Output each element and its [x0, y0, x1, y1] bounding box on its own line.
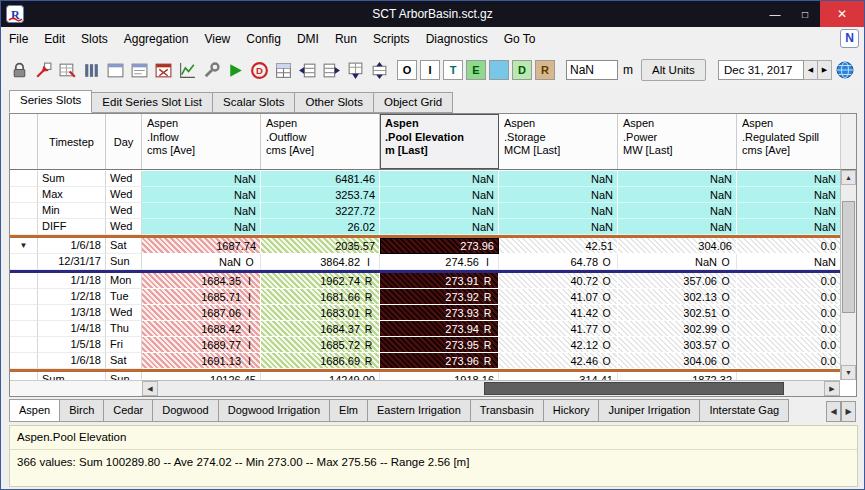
value-cell[interactable]: 1683.01R — [261, 305, 380, 321]
value-cell[interactable]: 0.0 — [737, 353, 840, 369]
insert-slot-icon[interactable] — [55, 58, 79, 82]
flag-button-d[interactable]: D — [512, 60, 532, 80]
value-cell[interactable]: 1962.74R — [261, 273, 380, 289]
hscroll-thumb[interactable] — [484, 382, 784, 395]
date-next-icon[interactable]: ▶ — [818, 60, 832, 80]
value-cell[interactable]: NaN — [499, 219, 618, 235]
value-cell[interactable]: 0.0 — [737, 305, 840, 321]
object-tab-birch[interactable]: Birch — [59, 399, 104, 422]
row-list-icon[interactable] — [79, 58, 103, 82]
value-cell[interactable]: 0.0 — [737, 238, 840, 254]
alt-units-button[interactable]: Alt Units — [641, 59, 706, 81]
notebook-icon[interactable]: N — [840, 29, 859, 48]
value-cell[interactable]: 273.94R — [380, 321, 499, 337]
tabs-scroll-left-icon[interactable]: ◀ — [826, 401, 841, 422]
value-cell[interactable]: 1681.66R — [261, 289, 380, 305]
value-cell[interactable]: NaN — [618, 171, 737, 187]
menu-aggregation[interactable]: Aggregation — [116, 32, 197, 46]
menu-edit[interactable]: Edit — [36, 32, 73, 46]
timestep-column-header[interactable]: Timestep — [38, 114, 106, 169]
timestep-cell[interactable]: Sum — [38, 171, 106, 187]
tabs-scroll-right-icon[interactable]: ▶ — [841, 401, 856, 422]
value-cell[interactable]: 1684.37R — [261, 321, 380, 337]
menu-dmi[interactable]: DMI — [289, 32, 327, 46]
diagnostics-icon[interactable]: D — [247, 58, 271, 82]
column-header-aspen-inflow[interactable]: Aspen.Inflowcms [Ave] — [142, 114, 261, 169]
value-cell[interactable]: NaN — [142, 187, 261, 203]
plot-icon[interactable] — [175, 58, 199, 82]
value-cell[interactable]: NaN — [142, 203, 261, 219]
value-cell[interactable]: 1685.72R — [261, 337, 380, 353]
value-cell[interactable]: 41.77O — [499, 321, 618, 337]
value-cell[interactable]: 3227.72 — [261, 203, 380, 219]
value-cell[interactable]: 302.99O — [618, 321, 737, 337]
object-tab-interstate-gag[interactable]: Interstate Gag — [699, 399, 789, 422]
value-cell[interactable]: 0.0 — [737, 273, 840, 289]
value-cell[interactable]: 41.42O — [499, 305, 618, 321]
grid-icon[interactable] — [271, 58, 295, 82]
row-expander-icon[interactable]: ▼ — [10, 238, 38, 254]
value-cell[interactable]: 0.0 — [737, 289, 840, 305]
value-cell[interactable]: 357.06O — [618, 273, 737, 289]
column-header-aspen-pool-elevation[interactable]: Aspen.Pool Elevationm [Last] — [380, 114, 499, 169]
flag-button-r[interactable]: R — [535, 60, 555, 80]
value-cell[interactable]: 3253.74 — [261, 187, 380, 203]
value-cell[interactable]: 0.0 — [737, 321, 840, 337]
timestep-cell[interactable]: 12/31/17 — [38, 254, 106, 270]
value-cell[interactable]: NaN — [737, 187, 840, 203]
value-cell[interactable]: 1689.77I — [142, 337, 261, 353]
column-header-aspen-power[interactable]: Aspen.PowerMW [Last] — [618, 114, 737, 169]
object-tab-hickory[interactable]: Hickory — [543, 399, 600, 422]
timestep-cell[interactable]: 1/4/18 — [38, 321, 106, 337]
value-cell[interactable]: 41.07O — [499, 289, 618, 305]
scroll-left-icon[interactable]: ◀ — [142, 381, 158, 396]
object-tab-elm[interactable]: Elm — [329, 399, 368, 422]
object-tab-dogwood[interactable]: Dogwood — [152, 399, 218, 422]
value-cell[interactable]: 274.56I — [380, 254, 499, 270]
day-column-header[interactable]: Day — [106, 114, 142, 169]
value-cell[interactable]: 303.57O — [618, 337, 737, 353]
value-cell[interactable]: NaN — [499, 187, 618, 203]
flag-button-i[interactable]: I — [420, 60, 440, 80]
flag-button-e[interactable]: E — [466, 60, 486, 80]
close-button[interactable]: ✕ — [820, 1, 864, 27]
value-cell[interactable]: 1687.06I — [142, 305, 261, 321]
date-prev-icon[interactable]: ◀ — [804, 60, 818, 80]
globe-icon[interactable] — [835, 60, 855, 80]
flag-button-color[interactable] — [489, 60, 509, 80]
value-cell[interactable]: NaN — [142, 171, 261, 187]
value-cell[interactable]: NaN — [380, 187, 499, 203]
object-tab-juniper-irrigation[interactable]: Juniper Irrigation — [598, 399, 700, 422]
value-cell[interactable]: 42.46O — [499, 353, 618, 369]
object-tab-eastern-irrigation[interactable]: Eastern Irrigation — [367, 399, 471, 422]
value-cell[interactable]: 64.78O — [499, 254, 618, 270]
menu-go-to[interactable]: Go To — [496, 32, 544, 46]
shift-right-icon[interactable] — [319, 58, 343, 82]
value-cell[interactable]: 2035.57 — [261, 238, 380, 254]
scroll-right-icon[interactable]: ▶ — [824, 381, 840, 396]
timestep-cell[interactable]: 1/6/18 — [38, 353, 106, 369]
value-cell[interactable]: 273.95R — [380, 337, 499, 353]
value-cell[interactable]: 3864.82I — [261, 254, 380, 270]
timestep-cell[interactable]: 1/5/18 — [38, 337, 106, 353]
object-tab-transbasin[interactable]: Transbasin — [470, 399, 544, 422]
scroll-down-icon[interactable]: ▼ — [841, 365, 856, 380]
tab-series-slots[interactable]: Series Slots — [9, 90, 92, 113]
value-cell[interactable]: 42.12O — [499, 337, 618, 353]
value-cell[interactable]: NaN — [618, 187, 737, 203]
open-object-dialog-icon[interactable] — [127, 58, 151, 82]
value-cell[interactable]: 273.96R — [380, 353, 499, 369]
vscroll-track[interactable] — [841, 185, 856, 365]
title-bar[interactable]: R SCT ArborBasin.sct.gz — □ ✕ — [1, 1, 864, 27]
config-icon[interactable] — [199, 58, 223, 82]
value-cell[interactable]: NaN — [380, 171, 499, 187]
minimize-button[interactable]: — — [760, 1, 790, 27]
timestep-cell[interactable]: Max — [38, 187, 106, 203]
value-cell[interactable]: 302.13O — [618, 289, 737, 305]
timestep-cell[interactable]: Min — [38, 203, 106, 219]
value-cell[interactable]: 1686.69R — [261, 353, 380, 369]
value-cell[interactable]: 273.96 — [380, 238, 499, 254]
value-cell[interactable]: NaN — [618, 203, 737, 219]
value-cell[interactable]: 1684.35I — [142, 273, 261, 289]
value-cell[interactable]: NaN — [499, 171, 618, 187]
